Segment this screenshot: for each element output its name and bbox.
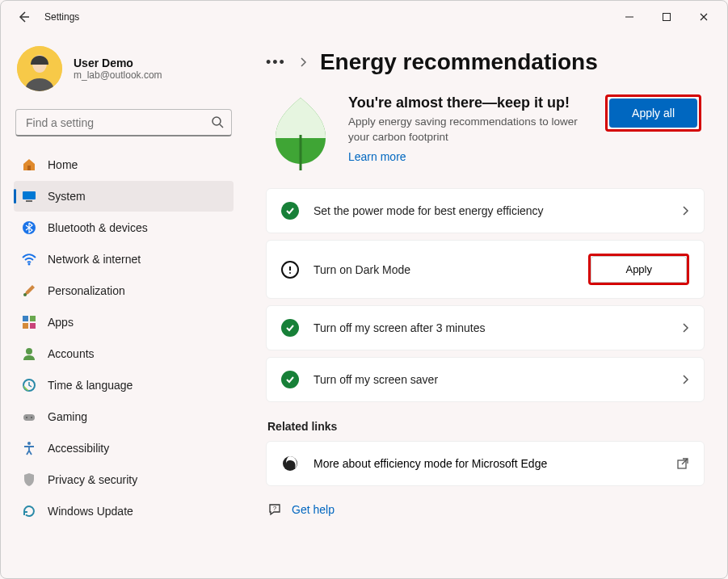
nav-label: System <box>48 190 86 203</box>
maximize-button[interactable] <box>648 4 685 30</box>
sidebar-item-accessibility[interactable]: Accessibility <box>14 433 234 464</box>
sidebar-item-apps[interactable]: Apps <box>14 307 234 338</box>
nav-label: Gaming <box>48 410 87 423</box>
svg-point-24 <box>289 272 291 274</box>
related-link-card[interactable]: More about efficiency mode for Microsoft… <box>266 441 705 486</box>
main-content: ••• Energy recommendations You're almost… <box>243 33 727 578</box>
check-icon <box>281 371 299 388</box>
nav-label: Windows Update <box>48 505 133 518</box>
sidebar-item-accounts[interactable]: Accounts <box>14 338 234 369</box>
nav-label: Personalization <box>48 284 125 297</box>
apply-button[interactable]: Apply <box>591 256 687 283</box>
sidebar-item-personalization[interactable]: Personalization <box>14 275 234 306</box>
recommendation-card[interactable]: Turn off my screen after 3 minutes <box>266 305 705 350</box>
update-icon <box>22 504 36 518</box>
accounts-icon <box>22 346 36 361</box>
sidebar-item-home[interactable]: Home <box>14 149 234 180</box>
svg-point-4 <box>213 117 221 125</box>
search-input[interactable] <box>15 109 232 136</box>
svg-rect-18 <box>23 414 35 421</box>
hero-body: Apply energy saving recommendations to l… <box>348 115 583 145</box>
recommendation-card[interactable]: Set the power mode for best energy effic… <box>266 188 705 233</box>
sidebar-item-system[interactable]: System <box>14 181 234 212</box>
nav-label: Time & language <box>48 379 133 392</box>
apply-highlight: Apply <box>588 254 689 285</box>
search-icon <box>211 115 224 128</box>
nav-label: Bluetooth & devices <box>48 221 148 234</box>
help-icon: ? <box>267 502 282 517</box>
svg-point-19 <box>26 417 27 418</box>
home-icon <box>22 157 36 172</box>
nav-label: Privacy & security <box>48 473 137 486</box>
svg-point-21 <box>27 442 31 445</box>
hero-heading: You're almost there—keep it up! <box>348 94 583 111</box>
svg-rect-6 <box>27 166 31 170</box>
svg-point-11 <box>23 293 27 296</box>
apply-all-button[interactable]: Apply all <box>609 99 697 128</box>
breadcrumb-overflow[interactable]: ••• <box>266 54 286 71</box>
sidebar-item-gaming[interactable]: Gaming <box>14 401 234 432</box>
svg-point-16 <box>26 348 32 355</box>
gaming-icon <box>22 409 36 424</box>
apps-icon <box>22 315 36 329</box>
svg-rect-1 <box>663 14 671 21</box>
check-icon <box>281 319 299 337</box>
nav-label: Accessibility <box>48 442 109 455</box>
hero-banner: You're almost there—keep it up! Apply en… <box>266 86 705 188</box>
user-card[interactable]: User Demo m_lab@outlook.com <box>14 40 234 106</box>
nav-list: Home System Bluetooth & devices Network … <box>14 149 234 527</box>
shield-icon <box>22 472 36 487</box>
recommendation-card[interactable]: Turn off my screen saver <box>266 357 705 402</box>
bluetooth-icon <box>22 220 36 235</box>
avatar <box>17 46 62 91</box>
apply-all-highlight: Apply all <box>605 94 701 132</box>
alert-icon <box>281 261 299 279</box>
get-help-link[interactable]: Get help <box>292 503 335 516</box>
related-link-text: More about efficiency mode for Microsoft… <box>314 457 547 470</box>
chevron-right-icon <box>681 374 689 385</box>
svg-point-10 <box>28 263 31 266</box>
svg-rect-15 <box>30 323 36 329</box>
page-title: Energy recommendations <box>320 49 598 75</box>
recommendation-text: Turn off my screen after 3 minutes <box>314 321 667 334</box>
close-button[interactable] <box>685 4 722 30</box>
svg-point-20 <box>31 417 32 418</box>
check-icon <box>281 202 299 220</box>
recommendation-text: Turn off my screen saver <box>314 373 667 386</box>
sidebar-item-network[interactable]: Network & internet <box>14 244 234 275</box>
sidebar-item-privacy[interactable]: Privacy & security <box>14 464 234 495</box>
nav-label: Apps <box>48 316 74 329</box>
get-help: ? Get help <box>267 502 705 517</box>
svg-rect-8 <box>26 200 32 202</box>
learn-more-link[interactable]: Learn more <box>348 150 406 163</box>
related-heading: Related links <box>267 420 705 433</box>
minimize-button[interactable] <box>611 4 648 30</box>
back-button[interactable] <box>12 10 35 23</box>
back-arrow-icon <box>17 10 30 23</box>
paintbrush-icon <box>22 283 36 298</box>
titlebar: Settings <box>1 1 727 33</box>
edge-icon <box>281 455 299 472</box>
chevron-right-icon <box>299 57 307 67</box>
nav-label: Home <box>48 158 78 171</box>
clock-icon <box>22 378 36 392</box>
chevron-right-icon <box>681 205 689 216</box>
chevron-right-icon <box>681 322 689 334</box>
user-email: m_lab@outlook.com <box>74 69 162 81</box>
recommendation-text: Set the power mode for best energy effic… <box>314 204 667 217</box>
recommendation-card: Turn on Dark Mode Apply <box>266 240 705 299</box>
nav-label: Network & internet <box>48 253 141 266</box>
sidebar-item-bluetooth[interactable]: Bluetooth & devices <box>14 212 234 243</box>
window-controls <box>611 4 722 30</box>
svg-rect-13 <box>30 316 36 321</box>
svg-rect-14 <box>23 323 28 329</box>
svg-rect-7 <box>23 191 36 199</box>
breadcrumb: ••• Energy recommendations <box>266 49 705 75</box>
sidebar-item-update[interactable]: Windows Update <box>14 496 234 527</box>
svg-rect-12 <box>23 316 28 321</box>
sidebar-item-time[interactable]: Time & language <box>14 370 234 401</box>
search-box <box>15 109 232 136</box>
accessibility-icon <box>22 441 36 455</box>
svg-line-5 <box>220 124 223 128</box>
recommendation-text: Turn on Dark Mode <box>314 263 574 276</box>
